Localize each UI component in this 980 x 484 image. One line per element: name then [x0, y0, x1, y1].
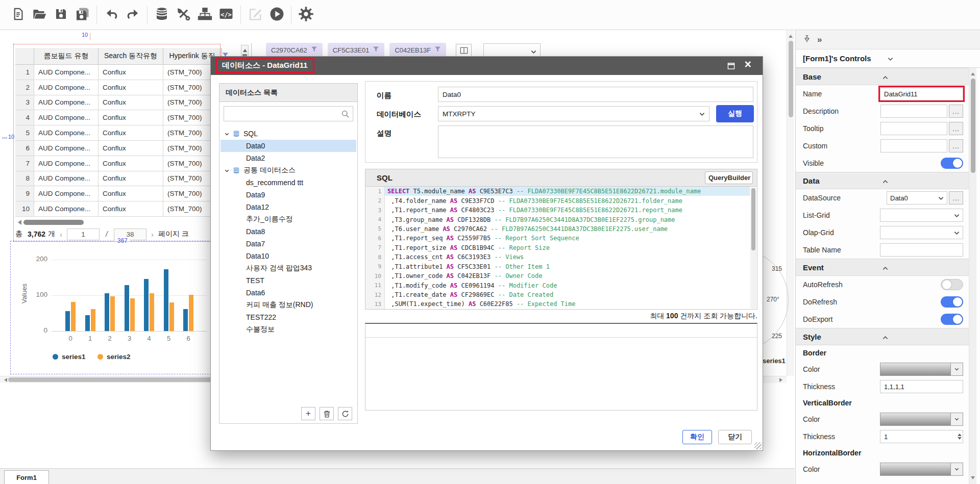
table-row[interactable]: 9AUD Compone...Conflux(STM_700) [15, 186, 223, 201]
tree-item[interactable]: Data7 [220, 238, 356, 250]
pager-prev-button[interactable]: ‹ [55, 230, 67, 239]
sql-editor[interactable]: 1SELECT T5.module_name AS C9E53E7C3 -- F… [365, 187, 750, 309]
table-row[interactable]: 1AUD Compone...Conflux(STM_700) [15, 65, 223, 80]
ellipsis-button[interactable]: ... [949, 122, 963, 135]
querybuilder-button[interactable]: QueryBuilder [705, 171, 753, 184]
save-all-button[interactable] [71, 5, 93, 25]
scrollbar-thumb[interactable] [23, 220, 84, 225]
tree-chevron-icon[interactable] [225, 130, 229, 138]
ok-button[interactable]: 확인 [682, 430, 712, 444]
ellipsis-button[interactable]: ... [949, 191, 963, 205]
scroll-left-arrow[interactable] [2, 378, 7, 382]
tree-item[interactable]: SQL [220, 128, 356, 140]
chevron-down-icon[interactable] [950, 463, 963, 475]
list-grid-select[interactable] [880, 209, 963, 222]
maximize-icon[interactable] [727, 62, 735, 72]
close-icon[interactable]: × [745, 58, 751, 71]
tree-item[interactable]: 사용자 검색 팝업343 [220, 262, 356, 274]
section-header-style[interactable]: Style [796, 328, 969, 345]
tree-item[interactable]: Data10 [220, 250, 356, 262]
scrollbar-thumb[interactable] [971, 79, 975, 173]
query-result-grid[interactable] [365, 323, 757, 411]
tree-item[interactable]: 공통 데이터소스 [220, 164, 356, 176]
grid-horizontal-scrollbar[interactable] [15, 219, 220, 226]
description-field[interactable] [880, 105, 947, 118]
autorefresh-toggle[interactable] [941, 279, 963, 290]
chevron-down-icon[interactable] [950, 413, 963, 425]
database-button[interactable] [151, 5, 173, 25]
filter-chip[interactable]: CF5C33E01 [328, 43, 385, 57]
scroll-left-arrow[interactable] [15, 220, 21, 225]
ellipsis-button[interactable]: ... [949, 139, 963, 152]
thickness-field[interactable] [880, 380, 963, 393]
table-row[interactable]: 10AUD Compone...Conflux(STM_700) [15, 201, 223, 217]
color-dropdown[interactable] [880, 463, 963, 476]
spinner-buttons[interactable] [958, 431, 962, 442]
database-select[interactable]: MTXRPTY [438, 106, 709, 121]
add-datasource-button[interactable]: + [301, 407, 315, 420]
tree-item[interactable]: Data12 [220, 201, 356, 213]
datasource-search-box[interactable] [224, 106, 353, 121]
redo-button[interactable] [122, 5, 143, 25]
tree-item[interactable]: 추가_이름수정 [220, 213, 356, 225]
table-row[interactable]: 8AUD Compone...Conflux(STM_700) [15, 171, 223, 187]
section-header-event[interactable]: Event [796, 259, 969, 276]
collapse-panel-icon[interactable]: » [817, 35, 822, 45]
chevron-down-icon[interactable] [950, 363, 963, 375]
edit-button[interactable] [244, 5, 266, 25]
doexport-toggle[interactable] [941, 314, 963, 325]
olap-grid-select[interactable] [880, 226, 963, 239]
datagrid-control[interactable]: 콤보필드 유형Search 동작유형Hyperlink 동직1AUD Compo… [15, 48, 223, 217]
filter-chip[interactable]: C2970CA62 [266, 43, 323, 57]
tree-item[interactable]: TEST [220, 274, 356, 287]
section-header-base[interactable]: Base [796, 68, 969, 85]
scroll-down-arrow[interactable] [971, 476, 975, 481]
tree-chevron-icon[interactable] [225, 166, 229, 174]
dorefresh-toggle[interactable] [941, 296, 963, 308]
canvas-vertical-scrollbar[interactable] [787, 30, 794, 376]
grid-column-header[interactable]: 콤보필드 유형 [34, 48, 99, 65]
tree-item[interactable]: 커피 매출 정보(RND) [220, 299, 356, 311]
ellipsis-button[interactable]: ... [949, 105, 963, 118]
description-textarea[interactable] [438, 125, 753, 158]
search-input[interactable] [225, 108, 338, 120]
tree-item[interactable]: Data2 [220, 152, 356, 164]
scroll-up-arrow[interactable] [971, 70, 975, 75]
dialog-titlebar[interactable]: 데이터소스 - DataGrid11 × [211, 57, 763, 75]
tree-item[interactable]: Data0 [220, 140, 356, 152]
refresh-datasource-button[interactable] [338, 407, 352, 420]
tab-form1[interactable]: Form1 [4, 470, 49, 484]
open-folder-button[interactable] [29, 5, 50, 25]
tree-item[interactable]: TEST222 [220, 311, 356, 323]
custom-field[interactable] [880, 139, 947, 152]
tree-item[interactable]: Data9 [220, 189, 356, 201]
color-dropdown[interactable] [880, 363, 963, 376]
pager-current-page-input[interactable] [67, 228, 100, 240]
tooltip-field[interactable] [880, 122, 947, 135]
tree-item[interactable]: 수불정보 [220, 323, 356, 336]
panel-header[interactable]: [Form1]'s Controls [796, 49, 980, 68]
new-document-button[interactable] [7, 5, 29, 25]
table-row[interactable]: 2AUD Compone...Conflux(STM_700) [15, 80, 223, 95]
name-field[interactable] [438, 87, 753, 102]
tree-item[interactable]: ds_recommend ttt [220, 176, 356, 189]
grid-column-header[interactable]: Search 동작유형 [99, 48, 163, 65]
table-row[interactable]: 6AUD Compone...Conflux(STM_700) [15, 141, 223, 156]
code-view-button[interactable]: </> [215, 5, 237, 25]
run-button[interactable] [266, 5, 287, 25]
barchart-control[interactable]: 367 2001000Values0123456series1series2 [10, 241, 216, 374]
scrollbar-thumb[interactable] [751, 188, 755, 250]
delete-datasource-button[interactable] [320, 407, 334, 420]
settings-button[interactable] [295, 5, 316, 25]
undo-button[interactable] [101, 5, 122, 25]
table-row[interactable]: 5AUD Compone...Conflux(STM_700) [15, 125, 223, 141]
scrollbar-thumb[interactable] [789, 41, 793, 117]
scroll-right-arrow[interactable] [779, 378, 785, 382]
name-field[interactable] [880, 87, 963, 100]
run-query-button[interactable]: 실행 [716, 105, 754, 122]
tree-item[interactable]: Data8 [220, 225, 356, 238]
panel-scrollbar[interactable] [969, 68, 976, 484]
tree-item[interactable]: Data6 [220, 287, 356, 299]
pager-next-button[interactable]: › [146, 230, 158, 239]
table-row[interactable]: 7AUD Compone...Conflux(STM_700) [15, 156, 223, 171]
